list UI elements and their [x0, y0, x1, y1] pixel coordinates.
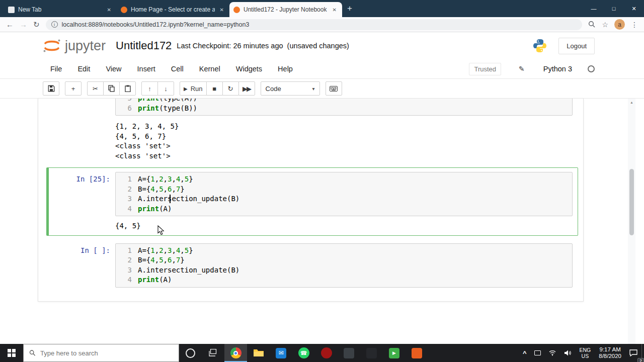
task-view-button[interactable]	[202, 344, 224, 362]
whatsapp-icon: ☎	[298, 347, 309, 358]
notebook-menubar: File Edit View Insert Cell Kernel Widget…	[0, 59, 644, 79]
browser-menu-icon[interactable]: ⋮	[631, 21, 638, 29]
action-center-button[interactable]: 2	[625, 344, 641, 362]
trusted-badge[interactable]: Trusted	[469, 63, 501, 75]
dark-app-icon	[366, 348, 377, 358]
line-number: 3	[118, 265, 132, 276]
run-button-group: ▶ Run ■ ↻ ▶▶	[180, 81, 255, 96]
site-info-icon[interactable]: i	[51, 21, 58, 28]
tab-close-icon[interactable]: ✕	[106, 7, 113, 13]
jupyter-logo[interactable]: jupyter	[43, 38, 106, 54]
interrupt-kernel-button[interactable]: ■	[206, 81, 223, 96]
code-text: print(type(A))	[138, 99, 197, 104]
taskbar-red-app-button[interactable]	[315, 344, 338, 362]
line-number: 2	[118, 185, 132, 195]
clock-date: 8/8/2020	[599, 353, 621, 360]
tab-title: Untitled172 - Jupyter Notebook	[244, 6, 328, 13]
code-text: B={4,5,6,7}	[138, 255, 185, 265]
command-palette-button[interactable]	[326, 81, 342, 96]
tray-network-button[interactable]	[545, 344, 560, 362]
cut-cell-button[interactable]: ✂	[87, 81, 104, 96]
input-prompt: In [ ]:	[53, 243, 115, 288]
search-input[interactable]	[40, 349, 173, 357]
cortana-button[interactable]	[179, 344, 202, 362]
start-button[interactable]	[0, 344, 23, 362]
line-number: 5	[118, 99, 132, 104]
mail-icon: ✉	[276, 348, 286, 358]
taskbar-green-app-button[interactable]: ▶	[383, 344, 406, 362]
code-text: print(A)	[138, 204, 172, 214]
chrome-icon	[230, 347, 242, 358]
move-cell-down-button[interactable]: ↓	[157, 81, 174, 96]
tab-close-icon[interactable]: ✕	[331, 7, 338, 13]
code-cell-25-selected[interactable]: In [25]: 1 A={1,2,3,4,5} 2 B={4,5,6,7} 3	[46, 167, 578, 236]
scrollbar-thumb[interactable]	[629, 169, 634, 235]
taskbar-whatsapp-button[interactable]: ☎	[292, 344, 315, 362]
tray-volume-button[interactable]	[560, 344, 575, 362]
logout-button[interactable]: Logout	[558, 38, 595, 54]
url-omnibox[interactable]: i localhost:8889/notebooks/Untitled172.i…	[46, 19, 583, 30]
close-button[interactable]: ✕	[624, 0, 644, 17]
menu-cell[interactable]: Cell	[171, 65, 184, 73]
code-line: 3 A.intersection_update(B)	[118, 194, 570, 204]
profile-avatar[interactable]: a	[614, 19, 625, 30]
text-cursor	[170, 195, 171, 203]
paste-cell-button[interactable]	[119, 81, 136, 96]
tray-monitor-button[interactable]	[530, 344, 545, 362]
line-number: 2	[118, 255, 132, 265]
menu-help[interactable]: Help	[278, 65, 293, 73]
taskbar-orange-app-button[interactable]	[406, 344, 428, 362]
new-tab-button[interactable]: +	[347, 4, 352, 14]
windows-taskbar: ✉ ☎ ▶ ^	[0, 344, 644, 362]
menu-edit[interactable]: Edit	[77, 65, 90, 73]
taskbar-chrome-button[interactable]	[224, 344, 247, 362]
code-cell-empty[interactable]: In [ ]: 1 A={1,2,3,4,5} 2 B={4,5,6,7} 3	[46, 239, 578, 292]
insert-cell-below-button[interactable]: +	[65, 81, 82, 96]
reload-icon[interactable]: ↻	[33, 21, 40, 28]
tab-home-page[interactable]: Home Page - Select or create a n ✕	[117, 2, 229, 17]
language-indicator[interactable]: ENG US	[575, 344, 595, 362]
code-text: B={4,5,6,7}	[138, 185, 185, 195]
bookmark-star-icon[interactable]: ☆	[602, 21, 608, 29]
forward-icon[interactable]: →	[20, 21, 27, 28]
taskbar-mail-button[interactable]: ✉	[270, 344, 292, 362]
menu-file[interactable]: File	[50, 65, 62, 73]
menu-insert[interactable]: Insert	[137, 65, 155, 73]
page-scrollbar[interactable]: ▲	[628, 99, 635, 344]
tray-expand-button[interactable]: ^	[519, 344, 531, 362]
tab-close-icon[interactable]: ✕	[218, 7, 225, 13]
code-line: 1 A={1,2,3,4,5}	[118, 246, 570, 256]
menu-widgets[interactable]: Widgets	[236, 65, 262, 73]
minimize-button[interactable]: —	[584, 0, 604, 17]
zoom-icon[interactable]	[588, 21, 596, 28]
code-editor[interactable]: 1 A={1,2,3,4,5} 2 B={4,5,6,7} 3 A.inters…	[115, 243, 573, 288]
taskbar-dark-app-2-button[interactable]	[360, 344, 383, 362]
tab-title: Home Page - Select or create a n	[131, 6, 215, 13]
maximize-button[interactable]: □	[604, 0, 624, 17]
taskbar-dark-app-1-button[interactable]	[338, 344, 360, 362]
restart-kernel-button[interactable]: ↻	[222, 81, 239, 96]
notification-count-badge: 2	[637, 358, 644, 362]
restart-run-all-button[interactable]: ▶▶	[238, 81, 255, 96]
tab-untitled172-active[interactable]: Untitled172 - Jupyter Notebook ✕	[229, 2, 342, 17]
line-number: 6	[118, 104, 132, 114]
checkpoint-status: Last Checkpoint: 26 minutes ago	[177, 42, 283, 50]
move-cell-up-button[interactable]: ↑	[141, 81, 158, 96]
menu-view[interactable]: View	[106, 65, 121, 73]
code-editor[interactable]: 5 print(type(A)) 6 print(type(B))	[115, 99, 573, 116]
code-editor[interactable]: 1 A={1,2,3,4,5} 2 B={4,5,6,7} 3 A.inters…	[115, 172, 573, 216]
menu-kernel[interactable]: Kernel	[199, 65, 220, 73]
taskbar-search[interactable]	[23, 344, 179, 362]
scroll-up-arrow-icon[interactable]: ▲	[628, 101, 635, 104]
copy-cell-button[interactable]	[103, 81, 120, 96]
code-line: 4 print(A)	[118, 275, 570, 285]
taskbar-clock[interactable]: 9:17 AM 8/8/2020	[595, 344, 625, 362]
keyboard-icon	[330, 86, 338, 92]
back-icon[interactable]: ←	[6, 21, 14, 28]
taskbar-file-explorer-button[interactable]	[247, 344, 270, 362]
cell-type-dropdown[interactable]: Code ▾	[261, 81, 320, 96]
save-button[interactable]	[43, 81, 59, 96]
tab-new-tab[interactable]: New Tab ✕	[4, 2, 117, 17]
run-button[interactable]: ▶ Run	[180, 81, 207, 96]
notebook-title[interactable]: Untitled172	[116, 39, 172, 52]
